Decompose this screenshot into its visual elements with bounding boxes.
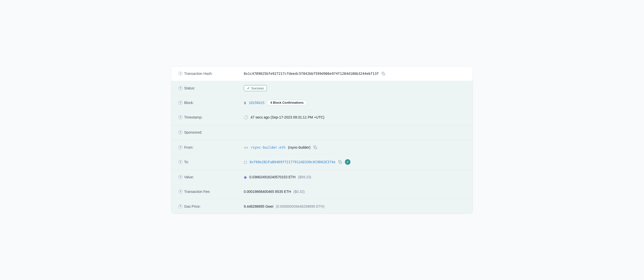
gas-price-value-col: 9.446298895 Gwei (0.000000009446298895 E…	[244, 204, 466, 208]
transaction-fee-help-icon[interactable]: ?	[178, 190, 182, 194]
timestamp-label-col: ? Timestamp:	[178, 115, 244, 119]
status-label-col: ? Status:	[178, 86, 244, 90]
status-badge: ✔ Success	[244, 85, 267, 91]
to-label-col: ? To:	[178, 160, 244, 164]
value-usd-amount: ($59.23)	[298, 175, 311, 179]
svg-rect-2	[340, 161, 342, 163]
status-label: Status:	[184, 86, 195, 90]
value-help-icon[interactable]: ?	[178, 175, 182, 179]
gas-price-row: ? Gas Price: 9.446298895 Gwei (0.0000000…	[171, 199, 473, 214]
transaction-hash-value-col: 0x1c4789025bfe927217cfdeedc5f842bbf599d9…	[244, 71, 466, 76]
block-row: ? Block: ⧗ 18158415 4 Block Confirmation…	[171, 96, 473, 110]
status-row: ? Status: ✔ Success	[171, 81, 473, 96]
transaction-fee-row: ? Transaction Fee: 0.00019868400465 8535…	[171, 185, 473, 199]
block-help-icon[interactable]: ?	[178, 101, 182, 105]
timestamp-label: Timestamp:	[184, 115, 203, 119]
from-label-col: ? From:	[178, 145, 244, 149]
transaction-fee-label-col: ? Transaction Fee:	[178, 190, 244, 194]
transaction-card: ? Transaction Hash: 0x1c4789025bfe927217…	[171, 66, 473, 214]
svg-rect-0	[383, 73, 385, 75]
value-value-col: ◆ 0.036624916240570153 ETH ($59.23)	[244, 175, 466, 180]
block-number-link[interactable]: 18158415	[249, 101, 264, 105]
status-help-icon[interactable]: ?	[178, 86, 182, 90]
status-check-icon: ✔	[247, 86, 250, 90]
status-value-col: ✔ Success	[244, 85, 466, 91]
gas-price-label: Gas Price:	[184, 204, 200, 208]
from-label: From:	[184, 145, 193, 149]
to-contract-icon: ▢	[244, 160, 247, 164]
hourglass-icon: ⧗	[244, 101, 246, 105]
sponsored-label-col: ? Sponsored:	[178, 130, 244, 134]
timestamp-value: 47 secs ago (Sep-17-2023 09:31:11 PM +UT…	[251, 115, 325, 119]
transaction-hash-label: Transaction Hash:	[184, 72, 213, 76]
from-address-link[interactable]: rsync-builder.eth	[251, 145, 286, 149]
to-help-icon[interactable]: ?	[178, 160, 182, 164]
copy-hash-button[interactable]	[381, 71, 386, 76]
eth-diamond-icon: ◆	[244, 175, 247, 180]
sponsored-label: Sponsored:	[184, 130, 202, 134]
to-value-col: ▢ 0xf68e2B1FaB9469ff2177912AD330c019D62E…	[244, 159, 466, 165]
from-help-icon[interactable]: ?	[178, 145, 182, 149]
clock-icon: 🕐	[244, 115, 248, 119]
sponsored-help-icon[interactable]: ?	[178, 130, 182, 134]
timestamp-value-col: 🕐 47 secs ago (Sep-17-2023 09:31:11 PM +…	[244, 115, 466, 119]
block-label: Block:	[184, 101, 194, 105]
gas-price-gwei-amount: 9.446298895 Gwei	[244, 204, 273, 208]
to-row: ? To: ▢ 0xf68e2B1FaB9469ff2177912AD330c0…	[171, 155, 473, 170]
value-row: ? Value: ◆ 0.036624916240570153 ETH ($59…	[171, 170, 473, 185]
svg-rect-1	[315, 147, 317, 149]
from-value-col: <> rsync-builder.eth (rsync-builder)	[244, 145, 466, 150]
from-contract-icon: <>	[244, 145, 248, 150]
gas-price-help-icon[interactable]: ?	[178, 204, 182, 208]
timestamp-row: ? Timestamp: 🕐 47 secs ago (Sep-17-2023 …	[171, 110, 473, 125]
from-row: ? From: <> rsync-builder.eth (rsync-buil…	[171, 140, 473, 155]
to-verified-icon: ✔	[345, 159, 350, 165]
value-label-col: ? Value:	[178, 175, 244, 179]
block-label-col: ? Block:	[178, 101, 244, 105]
status-text: Success	[251, 86, 264, 90]
copy-from-button[interactable]	[313, 145, 317, 150]
value-label: Value:	[184, 175, 194, 179]
transaction-fee-label: Transaction Fee:	[184, 190, 211, 194]
sponsored-row: ? Sponsored:	[171, 125, 473, 140]
block-confirmations-badge: 4 Block Confirmations	[267, 100, 307, 105]
copy-to-button[interactable]	[338, 160, 342, 164]
block-value-col: ⧗ 18158415 4 Block Confirmations	[244, 100, 466, 105]
transaction-hash-row: ? Transaction Hash: 0x1c4789025bfe927217…	[171, 67, 473, 81]
timestamp-help-icon[interactable]: ?	[178, 115, 182, 119]
transaction-fee-value-col: 0.00019868400465 8535 ETH ($0.32)	[244, 190, 466, 194]
transaction-hash-value: 0x1c4789025bfe927217cfdeedc5f842bbf599d9…	[244, 72, 379, 76]
to-label: To:	[184, 160, 189, 164]
from-address-suffix: (rsync-builder)	[288, 145, 310, 149]
transaction-fee-eth-amount: 0.00019868400465 8535 ETH	[244, 190, 291, 194]
to-address-link[interactable]: 0xf68e2B1FaB9469ff2177912AD330c019D62E37…	[250, 160, 335, 164]
gas-price-label-col: ? Gas Price:	[178, 204, 244, 208]
gas-price-eth-amount: (0.000000009446298895 ETH)	[276, 204, 325, 208]
transaction-fee-usd-amount: ($0.32)	[294, 190, 305, 194]
transaction-hash-label-col: ? Transaction Hash:	[178, 72, 244, 76]
transaction-hash-help-icon[interactable]: ?	[178, 72, 182, 76]
value-eth-amount: 0.036624916240570153 ETH	[249, 175, 296, 179]
